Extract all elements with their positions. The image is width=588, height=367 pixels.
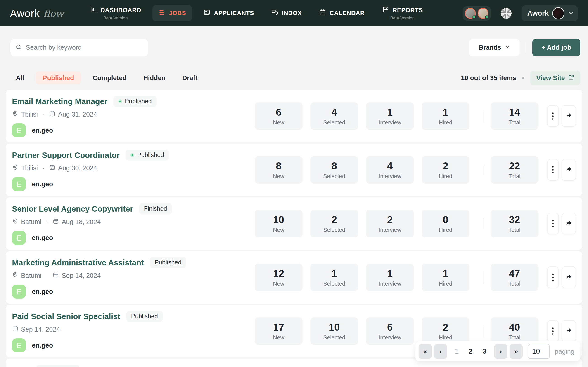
brand-row: E en.geo	[12, 123, 157, 137]
nav-item-reports[interactable]: REPORTS Beta Version	[376, 2, 429, 24]
job-title[interactable]: test2	[12, 366, 31, 367]
stat-hired[interactable]: 1 Hired	[422, 264, 469, 291]
brands-dropdown-button[interactable]: Brands	[469, 39, 520, 56]
language-flag-icon[interactable]	[501, 8, 511, 19]
job-meta: Batumi · Sep 14, 2024	[12, 272, 186, 280]
stat-selected[interactable]: 10 Selected	[310, 317, 358, 345]
stat-label: Hired	[439, 227, 452, 233]
user-avatar-group[interactable]	[463, 6, 491, 21]
stat-label: New	[273, 227, 284, 233]
status-badge: Published	[126, 311, 163, 322]
stat-total[interactable]: 47 Total	[491, 264, 538, 291]
nav-item-inbox[interactable]: INBOX	[265, 5, 308, 21]
last-page-button[interactable]: »	[510, 344, 523, 359]
calendar-icon	[49, 110, 58, 118]
workspace-switcher[interactable]: Awork	[521, 5, 578, 21]
stat-selected[interactable]: 8 Selected	[310, 156, 358, 184]
brand-name: en.geo	[32, 180, 53, 188]
job-title[interactable]: Paid Social Senior Specialist	[12, 312, 120, 321]
online-status-dot	[472, 15, 476, 19]
status-label: Published	[155, 259, 182, 266]
stat-total[interactable]: 32 Total	[491, 210, 538, 237]
view-site-button[interactable]: View Site	[530, 71, 580, 85]
prev-page-button[interactable]: ‹	[434, 344, 447, 359]
avatar[interactable]	[478, 8, 488, 19]
stat-new[interactable]: 17 New	[255, 317, 303, 345]
flag-icon	[382, 6, 389, 15]
stat-label: Total	[509, 227, 521, 233]
stat-new[interactable]: 10 New	[255, 210, 303, 237]
tab-all[interactable]: All	[11, 72, 29, 84]
status-badge: Finished	[139, 203, 172, 214]
stat-value: 0	[443, 214, 448, 225]
stat-interview[interactable]: 6 Interview	[366, 317, 414, 345]
job-share-button[interactable]	[562, 213, 576, 234]
job-share-button[interactable]	[562, 105, 576, 127]
job-share-button[interactable]	[562, 159, 576, 181]
stat-hired[interactable]: 2 Hired	[422, 317, 469, 345]
job-title[interactable]: Marketing Administrative Assistant	[12, 258, 144, 267]
stat-selected[interactable]: 2 Selected	[310, 210, 358, 237]
status-label: Published	[131, 313, 158, 320]
nav-item-applicants[interactable]: APPLICANTS	[198, 5, 260, 21]
nav-item-dashboard[interactable]: DASHBOARD Beta Version	[84, 2, 147, 24]
job-menu-button[interactable]	[547, 267, 559, 288]
page-number-3[interactable]: 3	[483, 347, 486, 356]
brand-avatar: E	[12, 284, 26, 299]
meta-separator: ·	[42, 164, 44, 172]
stat-interview[interactable]: 2 Interview	[366, 210, 414, 237]
job-title[interactable]: Partner Support Coordinator	[12, 151, 120, 160]
job-share-button[interactable]	[562, 267, 576, 288]
share-icon	[565, 273, 572, 281]
stat-new[interactable]: 12 New	[255, 264, 303, 291]
job-title[interactable]: Senior Level Agency Copywriter	[12, 204, 133, 213]
job-title[interactable]: Email Marketing Manager	[12, 97, 107, 106]
stat-interview[interactable]: 4 Interview	[366, 156, 414, 184]
page-size-input[interactable]	[527, 344, 550, 359]
stat-total[interactable]: 22 Total	[491, 156, 538, 184]
job-menu-button[interactable]	[547, 213, 559, 234]
page-number-2[interactable]: 2	[469, 347, 472, 356]
nav-item-jobs[interactable]: JOBS	[152, 5, 192, 21]
stat-selected[interactable]: 1 Selected	[310, 264, 358, 291]
stat-hired[interactable]: 1 Hired	[422, 102, 469, 130]
next-page-button[interactable]: ›	[494, 344, 507, 359]
tab-completed[interactable]: Completed	[88, 72, 132, 84]
stats-divider	[484, 326, 484, 336]
job-location: Batumi	[21, 272, 41, 279]
stat-selected[interactable]: 4 Selected	[310, 102, 358, 130]
stat-value: 1	[332, 268, 337, 279]
status-dot-icon	[118, 99, 122, 103]
stat-total[interactable]: 40 Total	[491, 317, 538, 345]
nav-item-calendar[interactable]: CALENDAR	[313, 5, 371, 21]
stat-new[interactable]: 8 New	[255, 156, 303, 184]
stat-hired[interactable]: 0 Hired	[422, 210, 469, 237]
stats-divider	[484, 111, 484, 122]
add-job-button[interactable]: + Add job	[532, 39, 580, 56]
stat-label: Interview	[379, 281, 401, 287]
stat-new[interactable]: 6 New	[255, 102, 303, 130]
search-box[interactable]	[10, 39, 148, 56]
stat-interview[interactable]: 1 Interview	[366, 102, 414, 130]
avatar[interactable]	[465, 8, 476, 19]
stat-hired[interactable]: 2 Hired	[422, 156, 469, 184]
stat-interview[interactable]: 1 Interview	[366, 264, 414, 291]
job-menu-button[interactable]	[547, 105, 559, 127]
tab-published[interactable]: Published	[36, 72, 81, 84]
tab-hidden[interactable]: Hidden	[138, 72, 170, 84]
status-badge: Published	[126, 150, 169, 161]
stat-value: 6	[276, 107, 281, 118]
chat-bubbles-icon	[271, 9, 278, 18]
stat-total[interactable]: 14 Total	[491, 102, 538, 130]
page-number-1[interactable]: 1	[455, 347, 459, 356]
stats-divider	[484, 218, 484, 229]
search-input[interactable]	[26, 44, 143, 51]
dot-separator	[522, 77, 524, 79]
job-menu-button[interactable]	[547, 159, 559, 181]
tab-draft[interactable]: Draft	[177, 72, 203, 84]
logo-flow: flow	[43, 8, 64, 19]
job-menu-button[interactable]	[547, 320, 559, 342]
first-page-button[interactable]: «	[419, 344, 432, 359]
job-share-button[interactable]	[562, 320, 576, 342]
kebab-menu-icon	[552, 220, 554, 221]
